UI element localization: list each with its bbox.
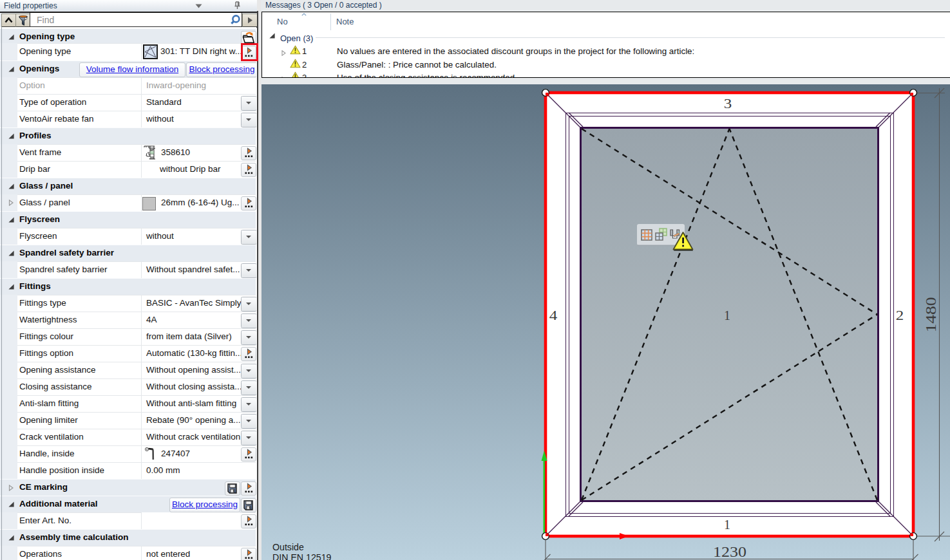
svg-text:1230: 1230 [713, 544, 746, 560]
svg-text:1: 1 [724, 308, 730, 323]
svg-text:DIN EN 12519: DIN EN 12519 [272, 552, 332, 560]
svg-text:4: 4 [549, 308, 558, 323]
svg-text:1480: 1480 [923, 297, 939, 333]
svg-text:Outside: Outside [272, 542, 304, 552]
svg-text:3: 3 [724, 96, 732, 111]
svg-text:1: 1 [724, 517, 730, 532]
svg-text:2: 2 [896, 308, 904, 323]
